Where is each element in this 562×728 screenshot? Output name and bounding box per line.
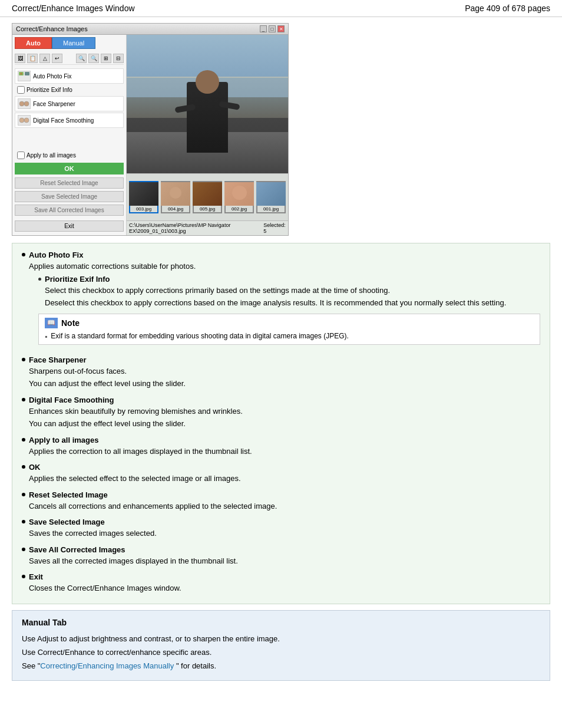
- item-title-auto-photo-fix: Auto Photo Fix: [29, 251, 83, 259]
- item-title-ok: OK: [29, 463, 41, 472]
- item-apply-to-all: Apply to all images Applies the correcti…: [22, 436, 540, 457]
- svg-point-2: [20, 73, 22, 75]
- thumbnail-strip: 003.jpg 004.jpg 005.jpg: [127, 173, 288, 220]
- manual-line-3: See "Correcting/Enhancing Images Manuall…: [22, 659, 540, 673]
- sub-bullet-content-exif: Prioritize Exif Info Select this checkbo…: [45, 275, 506, 309]
- prioritize-exif-label: Prioritize Exif Info: [27, 87, 72, 93]
- digital-face-smoothing-label: Digital Face Smoothing: [33, 117, 94, 124]
- bullet-dot-8: [22, 548, 25, 551]
- thumbnail-4[interactable]: 002.jpg: [224, 181, 254, 213]
- note-title: Note: [61, 318, 80, 328]
- prioritize-exif-checkbox[interactable]: [17, 86, 25, 94]
- toolbar-icon-1[interactable]: 🖼: [15, 54, 25, 63]
- right-panel: 003.jpg 004.jpg 005.jpg: [127, 35, 288, 235]
- bullet-content-4: Apply to all images Applies the correcti…: [29, 436, 540, 457]
- left-panel: Auto Manual 🖼 📋 △ ↩ 🔍 🔍 ⊞ ⊟: [12, 35, 127, 235]
- thumbnail-1[interactable]: 003.jpg: [129, 181, 158, 213]
- note-bullet-1: ▪: [45, 332, 47, 341]
- bullet-content-6: Reset Selected Image Cancels all correct…: [29, 490, 540, 512]
- maximize-button[interactable]: □: [269, 25, 276, 32]
- content-area: Auto Photo Fix Applies automatic correct…: [12, 243, 550, 604]
- manual-line-1: Use Adjust to adjust brightness and cont…: [22, 632, 540, 645]
- close-button[interactable]: ✕: [277, 25, 285, 32]
- save-all-button[interactable]: Save All Corrected Images: [15, 205, 124, 216]
- bullet-dot-1: [22, 253, 25, 256]
- thumbnail-5[interactable]: 001.jpg: [256, 181, 286, 213]
- face-sharpener-item[interactable]: Face Sharpener: [15, 96, 124, 111]
- exit-button[interactable]: Exit: [15, 220, 124, 232]
- auto-photo-fix-icon: [18, 71, 31, 81]
- apply-to-all-row: Apply to all images: [15, 150, 124, 160]
- bullet-content-2: Face Sharpener Sharpens out-of-focus fac…: [29, 355, 540, 390]
- main-content: Correct/Enhance Images _ □ ✕ Auto Manual…: [0, 17, 562, 687]
- item-face-sharpener: Face Sharpener Sharpens out-of-focus fac…: [22, 355, 540, 390]
- item-title-face-sharpener: Face Sharpener: [29, 355, 87, 364]
- bullet-dot-5: [22, 465, 25, 469]
- item-desc-digital-2: You can adjust the effect level using th…: [29, 418, 540, 430]
- item-desc-face-sharpener-1: Sharpens out-of-focus faces.: [29, 365, 540, 377]
- tab-auto[interactable]: Auto: [15, 37, 52, 49]
- item-digital-face-smoothing: Digital Face Smoothing Enhances skin bea…: [22, 396, 540, 430]
- item-desc-digital-1: Enhances skin beautifully by removing bl…: [29, 406, 540, 417]
- thumb-img-2: [161, 182, 190, 206]
- bullet-content-8: Save All Corrected Images Saves all the …: [29, 545, 540, 567]
- svg-point-5: [19, 118, 24, 123]
- bullet-dot-2: [22, 358, 25, 361]
- item-desc-ok: Applies the selected effect to the selec…: [29, 473, 540, 485]
- toolbar-icon-3[interactable]: △: [39, 54, 50, 63]
- note-header: 📖 Note: [45, 318, 534, 328]
- sub-desc-exif-1: Select this checkbox to apply correction…: [45, 285, 506, 297]
- item-title-save-all-corrected: Save All Corrected Images: [29, 545, 125, 554]
- item-title-digital-face-smoothing: Digital Face Smoothing: [29, 396, 114, 404]
- face-sharpener-icon: [18, 98, 31, 109]
- thumb-img-1: [129, 182, 158, 206]
- window-title-text: Correct/Enhance Images: [16, 25, 88, 32]
- item-save-selected: Save Selected Image Saves the corrected …: [22, 518, 540, 539]
- grid-icon[interactable]: ⊟: [113, 54, 124, 63]
- svg-point-3: [19, 101, 24, 106]
- bullet-dot-7: [22, 520, 25, 523]
- minimize-button[interactable]: _: [260, 25, 267, 32]
- face-sharpener-label: Face Sharpener: [33, 101, 75, 107]
- thumb-img-4: [224, 182, 254, 206]
- thumb-img-5: [256, 182, 286, 206]
- toolbar-icon-2[interactable]: 📋: [27, 54, 38, 63]
- item-title-exit: Exit: [29, 572, 43, 581]
- status-path: C:\Users\UserName\Pictures\MP Navigator …: [129, 222, 263, 234]
- bullet-dot-4: [22, 438, 25, 442]
- toolbar-icon-4[interactable]: ↩: [52, 54, 62, 63]
- thumbnail-3[interactable]: 005.jpg: [193, 181, 222, 213]
- sub-title-exif: Prioritize Exif Info: [45, 275, 110, 284]
- thumbnail-2[interactable]: 004.jpg: [161, 181, 190, 213]
- page-title: Correct/Enhance Images Window: [12, 4, 135, 13]
- item-title-reset-selected: Reset Selected Image: [29, 490, 108, 499]
- thumbnail-label-5: 001.jpg: [257, 206, 285, 212]
- auto-photo-fix-item[interactable]: Auto Photo Fix: [15, 68, 124, 84]
- digital-face-smoothing-item[interactable]: Digital Face Smoothing: [15, 113, 124, 128]
- apply-to-all-label: Apply to all images: [27, 152, 76, 159]
- bullet-content-9: Exit Closes the Correct/Enhance Images w…: [29, 572, 540, 594]
- thumbnail-label-2: 004.jpg: [162, 206, 189, 212]
- zoom-out-icon[interactable]: 🔍: [88, 54, 99, 63]
- page-pagination: Page 409 of 678 pages: [465, 4, 550, 13]
- thumb-img-3: [193, 182, 222, 206]
- note-box: 📖 Note ▪ Exif is a standard format for e…: [38, 314, 540, 345]
- save-selected-button[interactable]: Save Selected Image: [15, 191, 124, 202]
- auto-photo-fix-label: Auto Photo Fix: [33, 73, 72, 80]
- zoom-in-icon[interactable]: 🔍: [76, 54, 87, 63]
- item-reset-selected: Reset Selected Image Cancels all correct…: [22, 490, 540, 512]
- ok-button[interactable]: OK: [15, 163, 124, 174]
- tab-manual[interactable]: Manual: [52, 37, 95, 49]
- apply-to-all-checkbox[interactable]: [17, 151, 25, 159]
- note-text-1: Exif is a standard format for embedding …: [51, 332, 349, 340]
- status-bar: C:\Users\UserName\Pictures\MP Navigator …: [127, 220, 288, 235]
- fit-icon[interactable]: ⊞: [101, 54, 111, 63]
- item-desc-save-all-corrected: Saves all the corrected images displayed…: [29, 555, 540, 567]
- bullet-content-7: Save Selected Image Saves the corrected …: [29, 518, 540, 539]
- reset-selected-button[interactable]: Reset Selected Image: [15, 177, 124, 189]
- item-title-apply-to-all: Apply to all images: [29, 436, 98, 444]
- sub-desc-exif-2: Deselect this checkbox to apply correcti…: [45, 297, 506, 309]
- window-body: Auto Manual 🖼 📋 △ ↩ 🔍 🔍 ⊞ ⊟: [12, 35, 288, 235]
- manual-tab-title: Manual Tab: [22, 618, 540, 627]
- manual-link[interactable]: Correcting/Enhancing Images Manually: [40, 661, 174, 670]
